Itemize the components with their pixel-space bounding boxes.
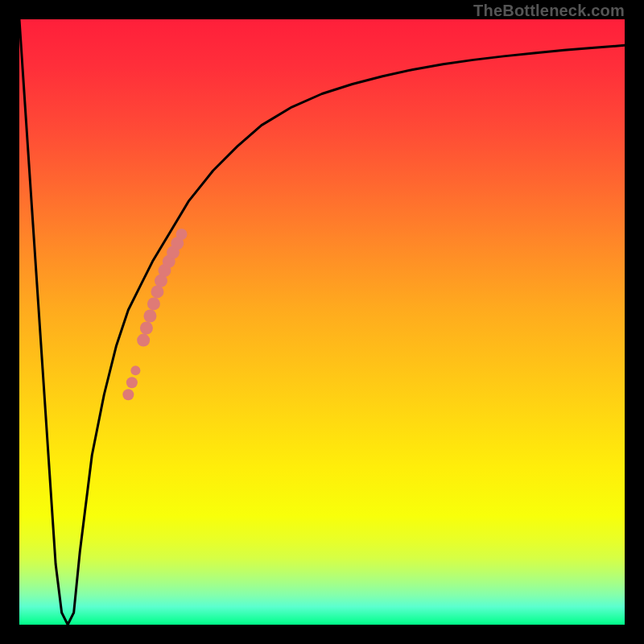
chart-svg (19, 19, 625, 625)
data-marker (126, 377, 138, 388)
plot-area (19, 19, 625, 625)
data-marker (143, 309, 156, 322)
chart-frame: TheBottleneck.com (0, 0, 644, 644)
curve-path (19, 19, 625, 625)
data-marker (130, 365, 140, 375)
data-marker (147, 297, 160, 310)
watermark-label: TheBottleneck.com (473, 2, 625, 20)
bottleneck-curve (19, 19, 625, 625)
data-marker (140, 322, 153, 335)
data-marker (151, 285, 163, 298)
data-marker (176, 229, 188, 240)
data-markers (122, 229, 187, 400)
data-marker (122, 389, 134, 400)
data-marker (137, 334, 150, 347)
